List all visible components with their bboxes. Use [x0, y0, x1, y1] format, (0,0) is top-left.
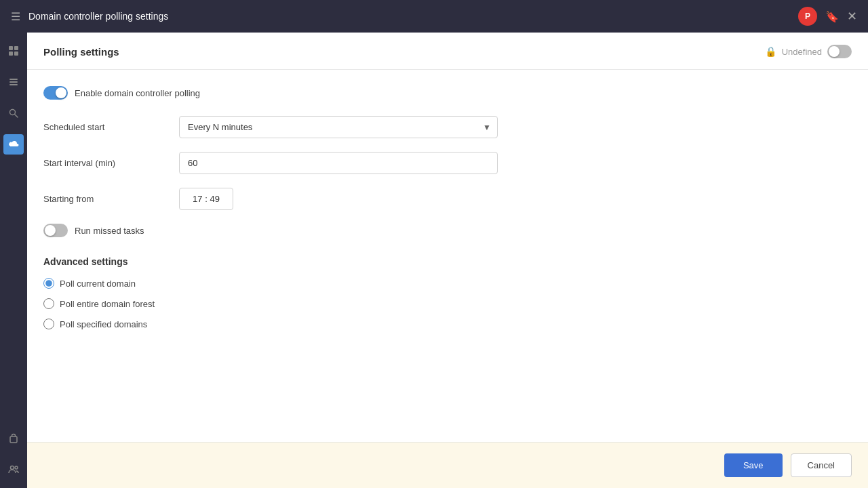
start-interval-label: Start interval (min) [43, 158, 179, 168]
sidebar-item-bag[interactable] [3, 428, 24, 449]
starting-from-input[interactable] [179, 188, 233, 210]
run-missed-row: Run missed tasks [43, 224, 852, 237]
sidebar-item-layers[interactable] [3, 72, 24, 92]
starting-from-control [179, 188, 233, 210]
form-content: Enable domain controller polling Schedul… [27, 70, 868, 442]
bookmark-icon[interactable]: 🔖 [825, 10, 839, 23]
svg-rect-6 [9, 84, 18, 85]
svg-rect-5 [9, 81, 18, 83]
enable-row: Enable domain controller polling [43, 86, 852, 100]
radio-poll-current-label: Poll current domain [60, 279, 136, 289]
sidebar [0, 33, 27, 488]
svg-rect-9 [10, 436, 17, 443]
scheduled-start-label: Scheduled start [43, 122, 179, 132]
lock-icon: 🔒 [765, 46, 776, 57]
footer: Save Cancel [27, 442, 868, 488]
radio-poll-current[interactable]: Poll current domain [43, 278, 852, 289]
save-button[interactable]: Save [724, 453, 783, 477]
svg-rect-3 [14, 52, 18, 56]
radio-poll-specified-input[interactable] [43, 319, 54, 329]
radio-poll-forest[interactable]: Poll entire domain forest [43, 298, 852, 309]
page-title: Domain controller polling settings [28, 11, 168, 22]
svg-rect-1 [14, 46, 18, 50]
section-header: Polling settings 🔒 Undefined [27, 33, 868, 70]
scheduled-start-select[interactable]: Every N minutes Daily Weekly Monthly [179, 116, 498, 138]
scheduled-start-row: Scheduled start Every N minutes Daily We… [43, 116, 852, 138]
enable-label: Enable domain controller polling [75, 88, 200, 98]
sidebar-item-search[interactable] [3, 103, 24, 123]
close-icon[interactable]: ✕ [847, 9, 857, 24]
titlebar: ☰ Domain controller polling settings P 🔖… [0, 0, 868, 33]
start-interval-control [179, 152, 498, 174]
radio-poll-specified[interactable]: Poll specified domains [43, 319, 852, 329]
svg-point-11 [15, 466, 18, 469]
svg-line-8 [15, 115, 18, 117]
radio-poll-forest-input[interactable] [43, 298, 54, 309]
svg-rect-4 [9, 79, 18, 80]
sidebar-item-grid[interactable] [3, 41, 24, 61]
enable-toggle[interactable] [43, 86, 68, 100]
avatar-button[interactable]: P [798, 7, 817, 26]
radio-poll-forest-label: Poll entire domain forest [60, 299, 155, 309]
sidebar-item-cloud[interactable] [3, 134, 24, 155]
start-interval-input[interactable] [179, 152, 498, 174]
svg-point-7 [10, 110, 16, 115]
advanced-title: Advanced settings [43, 256, 852, 267]
run-missed-toggle-group: Run missed tasks [43, 224, 144, 237]
svg-rect-0 [9, 46, 13, 50]
radio-poll-current-input[interactable] [43, 278, 54, 289]
starting-from-label: Starting from [43, 194, 179, 204]
svg-rect-2 [9, 52, 13, 56]
hamburger-icon[interactable]: ☰ [11, 10, 20, 23]
radio-group: Poll current domain Poll entire domain f… [43, 278, 852, 329]
svg-point-10 [11, 466, 14, 470]
starting-from-row: Starting from [43, 188, 852, 210]
undefined-label: Undefined [782, 47, 822, 57]
run-missed-label: Run missed tasks [75, 226, 144, 236]
start-interval-row: Start interval (min) [43, 152, 852, 174]
undefined-toggle[interactable] [827, 45, 852, 58]
radio-poll-specified-label: Poll specified domains [60, 319, 147, 329]
section-title: Polling settings [43, 46, 119, 58]
sidebar-item-users[interactable] [3, 460, 24, 480]
content-area: Polling settings 🔒 Undefined [27, 33, 868, 488]
scheduled-start-control: Every N minutes Daily Weekly Monthly ▼ [179, 116, 498, 138]
cancel-button[interactable]: Cancel [791, 453, 852, 477]
run-missed-toggle[interactable] [43, 224, 68, 237]
